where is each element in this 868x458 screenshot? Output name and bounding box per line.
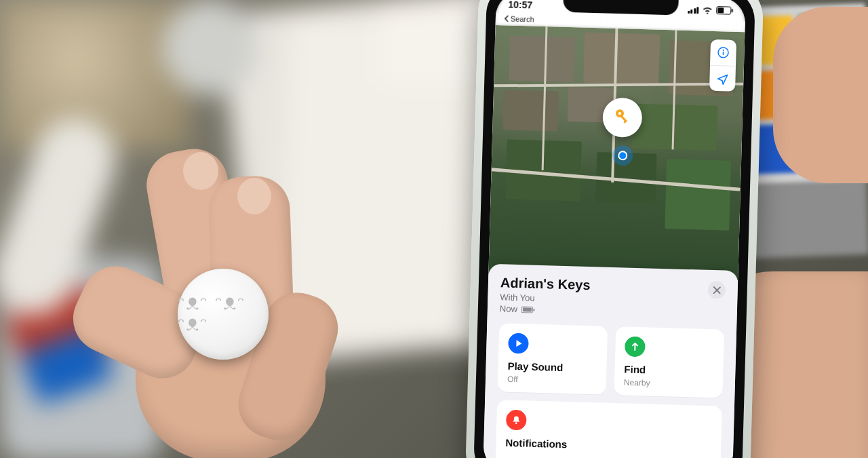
map-controls	[709, 39, 736, 92]
notifications-title: Notifications	[505, 437, 711, 454]
item-title: Adrian's Keys	[500, 275, 591, 293]
item-location-pin[interactable]	[602, 98, 646, 141]
svg-rect-11	[523, 307, 532, 311]
find-icon	[625, 337, 646, 358]
item-battery-icon	[521, 306, 535, 313]
svg-rect-5	[723, 52, 724, 55]
wifi-icon	[702, 5, 713, 14]
svg-rect-12	[533, 308, 534, 311]
close-sheet-button[interactable]	[707, 281, 726, 299]
find-title: Find	[624, 363, 713, 377]
play-sound-subtitle: Off	[507, 375, 597, 387]
item-sheet: Adrian's Keys With You Now	[483, 264, 738, 458]
item-status-location: With You	[500, 292, 535, 303]
play-icon	[508, 333, 529, 354]
cellular-signal-icon	[688, 5, 699, 13]
map-view[interactable]	[488, 25, 745, 280]
battery-icon	[716, 6, 733, 15]
item-status-time: Now	[500, 303, 517, 314]
phone-screen: 10:57 Search	[483, 0, 746, 458]
svg-point-4	[723, 50, 724, 51]
play-sound-card[interactable]: Play Sound Off	[497, 323, 608, 394]
svg-rect-1	[717, 7, 724, 13]
status-time: 10:57	[508, 0, 532, 10]
map-info-button[interactable]	[710, 39, 736, 66]
map-locate-button[interactable]	[709, 65, 736, 92]
notifications-card[interactable]: Notifications	[495, 400, 722, 458]
svg-point-13	[515, 422, 517, 424]
find-card[interactable]: Find Nearby	[614, 326, 724, 398]
airtag-device: ᵔᴥᵔ ᵔᴥᵔ ᵔᴥᵔ	[178, 269, 269, 360]
svg-rect-2	[732, 9, 733, 12]
play-sound-title: Play Sound	[507, 360, 597, 375]
iphone-device: 10:57 Search	[465, 0, 764, 458]
key-icon	[612, 106, 633, 130]
find-subtitle: Nearby	[624, 377, 713, 389]
bell-icon	[506, 410, 527, 431]
back-label: Search	[511, 15, 534, 24]
airtag-engraving: ᵔᴥᵔ ᵔᴥᵔ ᵔᴥᵔ	[178, 293, 269, 335]
